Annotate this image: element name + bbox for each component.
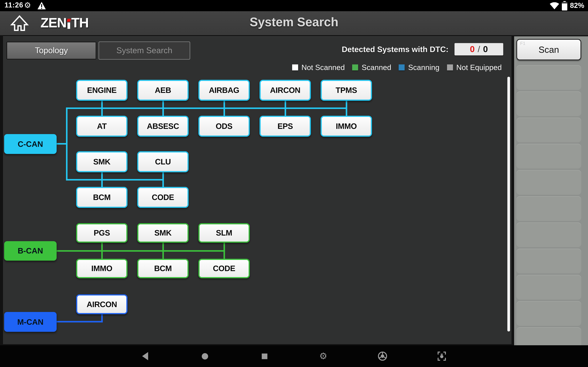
scan-fkey-label: F1: [520, 41, 525, 46]
home-icon: [10, 15, 29, 31]
sidebar-empty-slot: [516, 91, 581, 116]
nav-recents-button[interactable]: [253, 345, 276, 367]
topology-canvas: C-CANENGINEAEBAIRBAGAIRCONTPMSATABSESCOD…: [3, 36, 511, 344]
bus-line: [284, 101, 286, 117]
topology-node-aircon[interactable]: AIRCON: [76, 294, 128, 314]
bus-line: [57, 143, 67, 144]
topology-node-eps[interactable]: EPS: [259, 116, 311, 137]
topology-node-absesc[interactable]: ABSESC: [137, 116, 189, 137]
topology-node-engine[interactable]: ENGINE: [76, 80, 128, 101]
nav-settings-button[interactable]: ⚙: [312, 345, 335, 367]
topology-node-immo[interactable]: IMMO: [76, 259, 128, 278]
topology-node-slm[interactable]: SLM: [199, 223, 250, 243]
scan-button-label: Scan: [539, 44, 559, 55]
scan-button[interactable]: F1 Scan: [516, 39, 581, 60]
battery-icon: [562, 1, 567, 10]
sidebar-empty-slot: [516, 327, 581, 345]
bus-line: [223, 243, 225, 260]
bus-line: [101, 243, 103, 260]
zenith-app: 11:26 ⚙ 82% ZENTH Syst: [0, 0, 588, 367]
sidebar-empty-slot: [516, 117, 581, 142]
bus-line: [66, 179, 164, 181]
app-header: ZENTH System Search: [0, 11, 588, 35]
bus-line: [162, 172, 164, 188]
topology-node-code[interactable]: CODE: [199, 259, 250, 278]
home-circle-icon: [202, 353, 208, 359]
topology-node-aircon[interactable]: AIRCON: [259, 80, 311, 101]
bus-line: [162, 243, 164, 260]
bus-line: [57, 321, 103, 322]
sidebar-empty-slot: [516, 170, 581, 195]
can-bus-label-m-can: M-CAN: [4, 312, 57, 332]
topology-node-pgs[interactable]: PGS: [76, 223, 128, 243]
settings-status-icon: ⚙: [24, 1, 31, 10]
chrome-icon: [378, 351, 388, 361]
logo-text-pre: ZEN: [41, 15, 66, 31]
topology-node-bcm[interactable]: BCM: [76, 187, 128, 208]
topology-node-clu[interactable]: CLU: [137, 151, 189, 172]
gear-icon: ⚙: [319, 351, 327, 361]
screenshot-icon: [437, 351, 447, 361]
topology-node-aeb[interactable]: AEB: [137, 80, 189, 101]
wifi-icon: [550, 2, 559, 9]
nav-chrome-button[interactable]: [371, 345, 394, 367]
nav-screenshot-button[interactable]: [431, 345, 453, 367]
status-bar: 11:26 ⚙ 82%: [0, 0, 588, 11]
bus-line: [101, 314, 103, 322]
topology-node-ods[interactable]: ODS: [199, 116, 250, 137]
bus-line: [162, 101, 164, 117]
topology-node-tpms[interactable]: TPMS: [320, 80, 372, 101]
topology-node-at[interactable]: AT: [76, 116, 128, 137]
sidebar-empty-slot: [516, 223, 581, 247]
nav-back-button[interactable]: [134, 345, 156, 367]
sidebar-empty-slot: [516, 144, 581, 168]
topology-node-bcm[interactable]: BCM: [137, 259, 189, 278]
android-navbar: ⚙: [0, 345, 588, 367]
topology-node-code[interactable]: CODE: [137, 187, 189, 208]
recents-icon: [261, 353, 267, 359]
bus-line: [57, 250, 225, 252]
nav-home-button[interactable]: [193, 345, 216, 367]
can-bus-label-c-can: C-CAN: [4, 134, 57, 154]
topology-node-airbag[interactable]: AIRBAG: [199, 80, 250, 101]
bus-line: [66, 108, 68, 181]
sidebar-empty-slot: [516, 275, 581, 300]
warning-icon: [37, 1, 46, 10]
topology-node-smk[interactable]: SMK: [76, 151, 128, 172]
zenith-logo: ZENTH: [41, 15, 88, 31]
bus-line: [223, 101, 225, 117]
topology-node-immo[interactable]: IMMO: [320, 116, 372, 137]
function-key-sidebar: F1 Scan: [514, 36, 588, 345]
bus-line: [346, 101, 347, 117]
sidebar-empty-slot: [516, 301, 581, 326]
home-button[interactable]: [9, 15, 30, 32]
bus-line: [101, 101, 103, 117]
battery-percent: 82%: [570, 1, 584, 10]
sidebar-empty-slot: [516, 249, 581, 273]
sidebar-empty-slot: [516, 65, 581, 90]
clock: 11:26: [4, 1, 23, 9]
bus-line: [66, 108, 347, 109]
content-panel: Topology System Search Detected Systems …: [3, 36, 511, 344]
sidebar-empty-slot: [516, 196, 581, 221]
topology-node-smk[interactable]: SMK: [137, 223, 189, 243]
vertical-scrollbar[interactable]: [507, 77, 510, 332]
can-bus-label-b-can: B-CAN: [4, 241, 57, 261]
logo-i-glyph: [67, 19, 71, 29]
back-icon: [142, 352, 148, 360]
bus-line: [101, 172, 103, 188]
logo-text-post: TH: [71, 15, 88, 31]
